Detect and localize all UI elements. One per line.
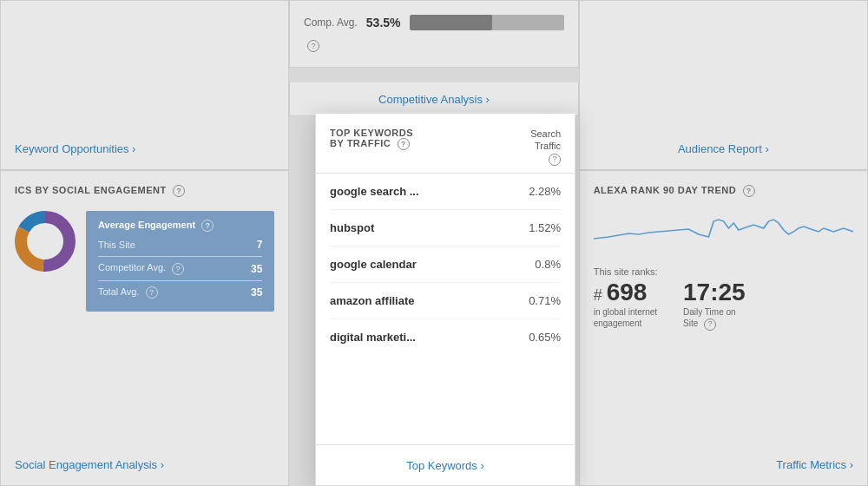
keyword-name: google search ... — [330, 185, 419, 198]
keyword-name: digital marketi... — [330, 331, 416, 344]
avg-engagement-title: Average Engagement ? — [98, 220, 262, 232]
time-block: 17:25 Daily Time onSite ? — [683, 280, 746, 330]
engagement-row-total: Total Avg. ? 35 — [98, 286, 262, 299]
keyword-name: google calendar — [330, 258, 417, 271]
competitor-avg-value: 35 — [251, 263, 262, 275]
social-donut-chart — [15, 211, 76, 272]
this-site-label: This Site — [98, 240, 135, 250]
alexa-rank-title: ALEXA RANK 90 DAY TREND ? — [594, 185, 853, 197]
keywords-title-line2: BY TRAFFIC ? — [330, 138, 413, 150]
this-site-value: 7 — [257, 239, 263, 251]
social-engagement-title: ICS BY SOCIAL ENGAGEMENT ? — [15, 185, 274, 197]
engagement-row-thissite: This Site 7 — [98, 239, 262, 251]
search-traffic-help-icon[interactable]: ? — [549, 154, 561, 166]
keyword-opportunities-panel: Keyword Opportunities › — [0, 0, 289, 170]
keyword-value: 1.52% — [529, 221, 561, 234]
keyword-value: 0.65% — [529, 331, 561, 344]
comp-progress-bar-fill — [410, 15, 492, 30]
social-engagement-panel: ICS BY SOCIAL ENGAGEMENT ? Average Engag… — [0, 170, 289, 486]
keywords-footer: Top Keywords › — [316, 444, 575, 485]
keywords-header: TOP KEYWORDS BY TRAFFIC ? Search Traffic… — [316, 114, 575, 174]
total-avg-help-icon[interactable]: ? — [146, 286, 158, 299]
top-keywords-modal: TOP KEYWORDS BY TRAFFIC ? Search Traffic… — [315, 113, 575, 486]
keyword-row: google search ... 2.28% — [330, 174, 561, 210]
divider-1 — [98, 256, 262, 257]
keyword-name: amazon affiliate — [330, 294, 415, 307]
audience-report-panel: Audience Report › — [579, 0, 868, 170]
divider-2 — [98, 280, 262, 281]
daily-time-label: Daily Time onSite ? — [683, 306, 746, 330]
keyword-value: 0.8% — [535, 258, 561, 271]
social-engagement-link[interactable]: Social Engagement Analysis › — [15, 450, 274, 471]
rank-number: # 698 — [594, 280, 657, 305]
keyword-value: 2.28% — [529, 185, 561, 198]
daily-time-value: 17:25 — [683, 280, 746, 305]
competitor-avg-help-icon[interactable]: ? — [172, 263, 184, 275]
alexa-help-icon[interactable]: ? — [743, 185, 755, 197]
traffic-metrics-link[interactable]: Traffic Metrics › — [594, 450, 853, 471]
this-site-ranks-label: This site ranks: — [594, 266, 853, 277]
comp-avg-value: 53.5% — [366, 16, 401, 30]
comp-analysis-footer: Competitive Analysis › — [289, 82, 579, 116]
comp-progress-bar-bg — [410, 15, 564, 30]
keywords-list: google search ... 2.28% hubspot 1.52% go… — [316, 174, 575, 444]
comp-avg-label: Comp. Avg. — [304, 16, 358, 29]
total-avg-label: Total Avg. ? — [98, 286, 158, 299]
keywords-title-line1: TOP KEYWORDS — [330, 128, 413, 138]
keyword-row: digital marketi... 0.65% — [330, 319, 561, 355]
alexa-trend-chart — [594, 204, 853, 256]
keywords-title-block: TOP KEYWORDS BY TRAFFIC ? — [330, 128, 413, 150]
comp-help-icon[interactable]: ? — [307, 40, 319, 52]
competitive-analysis-link[interactable]: Competitive Analysis › — [378, 84, 490, 106]
keyword-name: hubspot — [330, 221, 374, 234]
alexa-rank-panel: ALEXA RANK 90 DAY TREND ? This site rank… — [579, 170, 868, 486]
keyword-row: hubspot 1.52% — [330, 210, 561, 246]
social-engagement-help-icon[interactable]: ? — [173, 185, 185, 197]
keywords-help-icon[interactable]: ? — [398, 138, 410, 150]
competitor-avg-label: Competitor Avg. ? — [98, 262, 184, 274]
rank-block: # 698 in global internetengagement — [594, 280, 657, 329]
keyword-row: google calendar 0.8% — [330, 246, 561, 283]
comp-analysis-top: Comp. Avg. 53.5% ? — [289, 0, 579, 68]
rank-sub-label: in global internetengagement — [594, 306, 657, 329]
keyword-value: 0.71% — [529, 294, 561, 307]
top-keywords-link[interactable]: Top Keywords › — [406, 459, 484, 472]
keyword-row: amazon affiliate 0.71% — [330, 283, 561, 319]
daily-time-help-icon[interactable]: ? — [704, 319, 716, 331]
avg-engagement-box: Average Engagement ? This Site 7 Competi… — [86, 211, 274, 311]
avg-engagement-help-icon[interactable]: ? — [201, 220, 214, 232]
total-avg-value: 35 — [251, 286, 262, 299]
keyword-opportunities-link[interactable]: Keyword Opportunities › — [15, 134, 274, 155]
engagement-row-competitor: Competitor Avg. ? 35 — [98, 262, 262, 274]
search-traffic-col: Search Traffic ? — [530, 128, 561, 166]
audience-report-link[interactable]: Audience Report › — [594, 134, 853, 155]
